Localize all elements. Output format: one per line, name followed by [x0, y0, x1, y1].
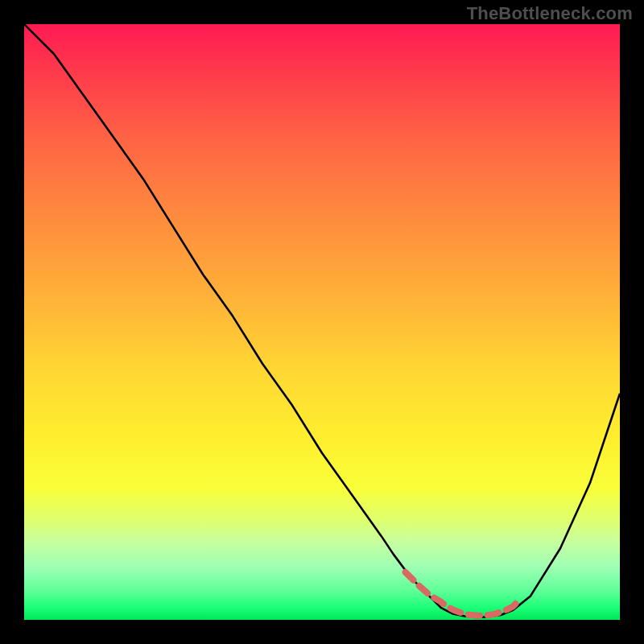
watermark-text: TheBottleneck.com [467, 3, 633, 24]
chart-frame: TheBottleneck.com [0, 0, 644, 644]
highlight-band [406, 572, 519, 616]
plot-svg [24, 24, 620, 620]
plot-area [24, 24, 620, 620]
main-curve [24, 24, 620, 617]
